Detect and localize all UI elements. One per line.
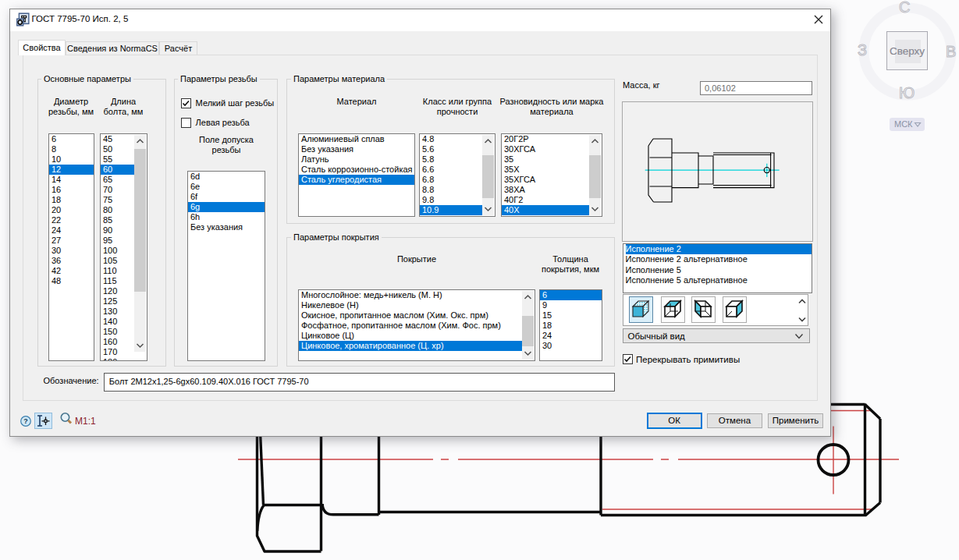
svg-text:?: ? — [23, 417, 28, 425]
